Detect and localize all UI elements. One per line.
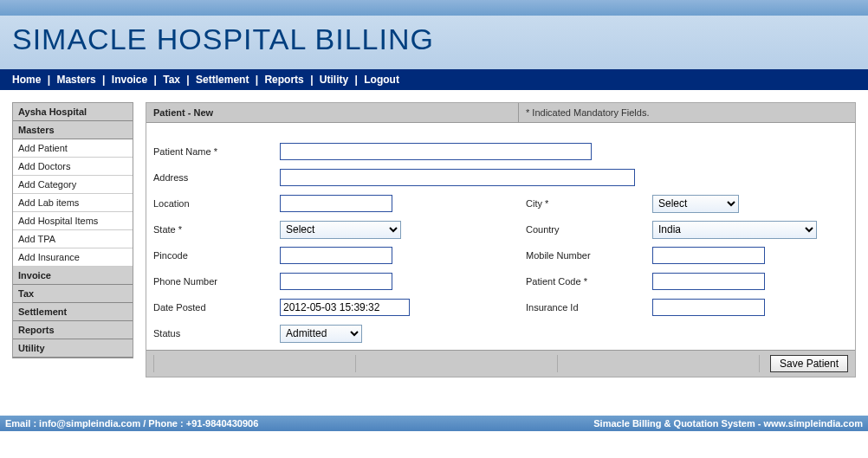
nav-sep: | bbox=[48, 74, 50, 86]
label-pincode: Pincode bbox=[146, 247, 276, 264]
input-address[interactable] bbox=[280, 169, 635, 186]
sidebar-item-add-category[interactable]: Add Category bbox=[13, 176, 133, 194]
select-status[interactable]: Admitted bbox=[280, 325, 362, 343]
footer-contact: Email : info@simpleindia.com / Phone : +… bbox=[5, 418, 258, 429]
label-patient-code: Patient Code * bbox=[519, 273, 649, 290]
nav-logout[interactable]: Logout bbox=[364, 74, 399, 86]
nav-home[interactable]: Home bbox=[12, 74, 41, 86]
select-city[interactable]: Select bbox=[652, 195, 739, 213]
nav-tax[interactable]: Tax bbox=[163, 74, 180, 86]
label-insurance-id: Insurance Id bbox=[519, 299, 649, 316]
sidebar-heading-tax[interactable]: Tax bbox=[13, 285, 133, 303]
input-pincode[interactable] bbox=[280, 247, 392, 264]
nav-invoice[interactable]: Invoice bbox=[112, 74, 147, 86]
label-country: Country bbox=[519, 221, 649, 238]
label-phone: Phone Number bbox=[146, 273, 276, 290]
sidebar-heading-utility[interactable]: Utility bbox=[13, 339, 133, 358]
footer-dividers bbox=[153, 355, 760, 372]
sidebar-item-add-lab-items[interactable]: Add Lab items bbox=[13, 194, 133, 212]
label-state: State * bbox=[146, 221, 276, 238]
sidebar-heading-invoice[interactable]: Invoice bbox=[13, 267, 133, 285]
sidebar-heading-settlement[interactable]: Settlement bbox=[13, 303, 133, 321]
label-status: Status bbox=[146, 325, 276, 342]
panel-header: Patient - New * Indicated Mandatory Fiel… bbox=[146, 103, 855, 123]
sidebar-item-add-insurance[interactable]: Add Insurance bbox=[13, 248, 133, 267]
label-city: City * bbox=[519, 195, 649, 212]
sidebar: Aysha Hospital Masters Add Patient Add D… bbox=[12, 102, 133, 358]
input-insurance-id[interactable] bbox=[652, 299, 765, 316]
top-accent-bar bbox=[0, 0, 868, 16]
nav-utility[interactable]: Utility bbox=[320, 74, 348, 86]
sidebar-item-add-doctors[interactable]: Add Doctors bbox=[13, 158, 133, 176]
nav-settlement[interactable]: Settlement bbox=[196, 74, 249, 86]
nav-sep: | bbox=[355, 74, 358, 86]
label-date-posted: Date Posted bbox=[146, 299, 276, 316]
input-patient-code[interactable] bbox=[652, 273, 765, 290]
input-location[interactable] bbox=[280, 195, 392, 212]
main-panel: Patient - New * Indicated Mandatory Fiel… bbox=[146, 102, 856, 377]
label-location: Location bbox=[146, 195, 276, 212]
select-country[interactable]: India bbox=[652, 221, 817, 239]
nav-sep: | bbox=[102, 74, 105, 86]
panel-title: Patient - New bbox=[146, 103, 519, 122]
sidebar-item-add-tpa[interactable]: Add TPA bbox=[13, 230, 133, 248]
sidebar-item-add-patient[interactable]: Add Patient bbox=[13, 139, 133, 158]
nav-sep: | bbox=[154, 74, 157, 86]
panel-spacer bbox=[146, 123, 855, 135]
nav-reports[interactable]: Reports bbox=[264, 74, 303, 86]
nav-sep: | bbox=[186, 74, 189, 86]
top-nav: Home | Masters | Invoice | Tax | Settlem… bbox=[0, 69, 868, 90]
patient-form: Patient Name * Address Location City * bbox=[146, 135, 855, 350]
sidebar-heading-masters[interactable]: Masters bbox=[13, 121, 133, 139]
nav-sep: | bbox=[256, 74, 258, 86]
page-title: SIMACLE HOSPITAL BILLING bbox=[12, 23, 856, 56]
form-footer: Save Patient bbox=[146, 350, 855, 377]
footer-brand: Simacle Billing & Quotation System - www… bbox=[593, 418, 863, 429]
header: SIMACLE HOSPITAL BILLING bbox=[0, 16, 868, 69]
input-mobile[interactable] bbox=[652, 247, 765, 264]
label-mobile: Mobile Number bbox=[519, 247, 649, 264]
select-state[interactable]: Select bbox=[280, 221, 401, 239]
input-date-posted[interactable] bbox=[280, 299, 410, 316]
label-address: Address bbox=[146, 169, 276, 186]
input-phone[interactable] bbox=[280, 273, 392, 290]
sidebar-heading-hospital: Aysha Hospital bbox=[13, 103, 133, 121]
sidebar-item-add-hospital-items[interactable]: Add Hospital Items bbox=[13, 212, 133, 230]
panel-hint: * Indicated Mandatory Fields. bbox=[519, 103, 855, 122]
nav-masters[interactable]: Masters bbox=[56, 74, 95, 86]
input-patient-name[interactable] bbox=[280, 143, 592, 160]
save-patient-button[interactable]: Save Patient bbox=[770, 355, 848, 372]
sidebar-heading-reports[interactable]: Reports bbox=[13, 321, 133, 339]
label-patient-name: Patient Name * bbox=[146, 143, 276, 160]
nav-sep: | bbox=[310, 74, 313, 86]
page-footer: Email : info@simpleindia.com / Phone : +… bbox=[0, 416, 868, 431]
